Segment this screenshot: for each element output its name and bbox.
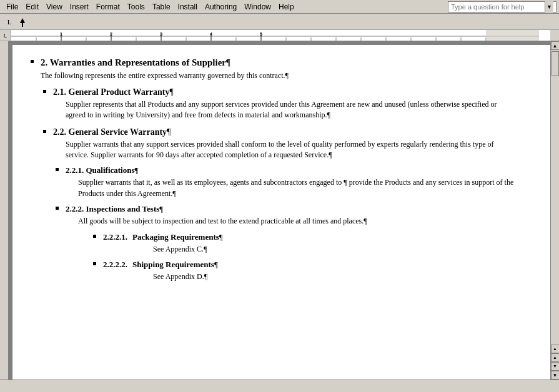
svg-rect-1 (22, 23, 23, 27)
toolbar: L (0, 14, 559, 30)
scroll-thumb[interactable] (552, 51, 559, 76)
section-2-2-2-title: 2.2.2. Inspections and Tests¶ (66, 204, 516, 214)
svg-text:3: 3 (160, 31, 163, 37)
section-2-body: The following represents the entire expr… (41, 71, 516, 81)
scroll-btn-down2[interactable]: ▼ (551, 362, 560, 371)
section-2-2-title: 2.2. General Service Warranty¶ (53, 127, 516, 137)
section-2-2-2-2-body: See Appendix D.¶ (153, 272, 516, 282)
menu-help[interactable]: Help (275, 1, 298, 12)
section-2-2-2-2-title: 2.2.2.2. Shipping Requirements¶ (103, 260, 516, 270)
scroll-btn-up2[interactable]: ▲ (551, 353, 560, 362)
svg-text:5: 5 (260, 31, 263, 37)
bullet-2-2-2 (56, 207, 59, 210)
cursor-marker-icon (19, 17, 26, 27)
section-2-1-body: Supplier represents that all Products an… (66, 99, 516, 121)
bullet-2-2-2-1 (93, 235, 96, 238)
section-2-2-1-body: Supplier warrants that it, as well as it… (78, 177, 516, 199)
menu-edit[interactable]: Edit (22, 1, 42, 12)
menu-format[interactable]: Format (92, 1, 124, 12)
section-2-2-body: Supplier warrants that any support servi… (66, 139, 516, 161)
svg-text:1: 1 (60, 31, 63, 37)
status-bar (0, 380, 559, 392)
section-2-2-1: 2.2.1. Qualifications¶ Supplier warrants… (66, 165, 516, 199)
menu-window[interactable]: Window (240, 1, 275, 12)
menu-file[interactable]: File (2, 1, 22, 12)
menu-table[interactable]: Table (149, 1, 174, 12)
bullet-2-2 (43, 130, 46, 133)
menu-insert[interactable]: Insert (66, 1, 92, 12)
svg-marker-0 (20, 18, 25, 23)
ruler-svg: 1 2 3 4 5 (11, 30, 550, 41)
scroll-down-btn[interactable]: ▼ (551, 371, 560, 380)
doc-background: 2. Warranties and Representations of Sup… (9, 41, 550, 380)
section-2: 2. Warranties and Representations of Sup… (41, 57, 516, 81)
menu-view[interactable]: View (42, 1, 66, 12)
help-search-box[interactable]: ▼ (448, 1, 557, 12)
bullet-2-2-1 (56, 168, 59, 171)
svg-text:4: 4 (210, 31, 213, 37)
svg-text:2: 2 (110, 31, 113, 37)
ruler: L 1 2 3 4 5 (0, 30, 559, 41)
bullet-2-1 (43, 90, 46, 93)
help-dropdown-btn[interactable]: ▼ (545, 1, 553, 12)
section-2-1: 2.1. General Product Warranty¶ Supplier … (53, 87, 516, 121)
section-2-2-2-2: 2.2.2.2. Shipping Requirements¶ See Appe… (103, 260, 516, 282)
menu-install[interactable]: Install (174, 1, 201, 12)
doc-area: 2. Warranties and Representations of Sup… (0, 41, 559, 380)
section-2-2-2: 2.2.2. Inspections and Tests¶ All goods … (66, 204, 516, 282)
toolbar-l-btn[interactable]: L (2, 16, 16, 28)
scroll-btn-top[interactable]: ▲ (551, 345, 560, 353)
section-2-2-2-1-title: 2.2.2.1. Packaging Requirements¶ (103, 232, 516, 242)
bullet-2 (31, 60, 34, 63)
section-2-2: 2.2. General Service Warranty¶ Supplier … (53, 127, 516, 283)
doc-page: 2. Warranties and Representations of Sup… (12, 45, 550, 380)
ruler-track: 1 2 3 4 5 (11, 30, 550, 41)
menu-tools[interactable]: Tools (124, 1, 149, 12)
section-2-1-title: 2.1. General Product Warranty¶ (53, 87, 516, 97)
scroll-up-btn[interactable]: ▲ (551, 41, 560, 50)
bullet-2-2-2-2 (93, 262, 96, 265)
section-2-2-1-title: 2.2.1. Qualifications¶ (66, 165, 516, 175)
section-2-2-2-body: All goods will be subject to inspection … (78, 216, 516, 227)
svg-rect-27 (486, 30, 539, 41)
menu-authoring[interactable]: Authoring (201, 1, 240, 12)
left-gutter (0, 41, 9, 380)
section-2-2-2-1: 2.2.2.1. Packaging Requirements¶ See App… (103, 232, 516, 255)
section-2-title: 2. Warranties and Representations of Sup… (41, 57, 230, 68)
ruler-corner: L (0, 30, 11, 41)
scrollbar-vertical[interactable]: ▲ ▲ ▲ ▼ ▼ (550, 41, 559, 380)
section-2-2-2-1-body: See Appendix C.¶ (153, 244, 516, 255)
help-search-input[interactable] (451, 3, 545, 11)
menu-bar: File Edit View Insert Format Tools Table… (0, 0, 559, 14)
